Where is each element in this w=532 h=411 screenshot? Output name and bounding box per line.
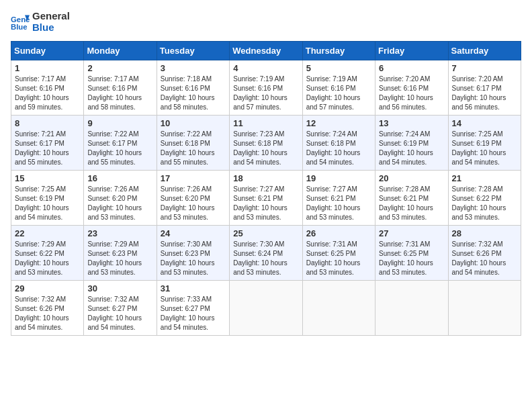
calendar-cell: 16 Sunrise: 7:26 AM Sunset: 6:20 PM Dayl… [84, 171, 157, 226]
calendar-cell: 1 Sunrise: 7:17 AM Sunset: 6:16 PM Dayli… [11, 60, 84, 116]
day-info: Sunrise: 7:19 AM Sunset: 6:16 PM Dayligh… [306, 75, 371, 112]
day-info: Sunrise: 7:21 AM Sunset: 6:17 PM Dayligh… [15, 130, 80, 167]
calendar-cell: 9 Sunrise: 7:22 AM Sunset: 6:17 PM Dayli… [84, 116, 157, 171]
calendar-cell: 2 Sunrise: 7:17 AM Sunset: 6:16 PM Dayli… [84, 60, 157, 116]
calendar-cell [375, 281, 448, 336]
day-number: 17 [161, 173, 226, 183]
day-number: 4 [233, 63, 298, 73]
day-info: Sunrise: 7:32 AM Sunset: 6:26 PM Dayligh… [452, 240, 517, 277]
calendar-cell: 20 Sunrise: 7:28 AM Sunset: 6:21 PM Dayl… [375, 171, 448, 226]
day-info: Sunrise: 7:33 AM Sunset: 6:27 PM Dayligh… [161, 295, 226, 332]
day-number: 25 [233, 228, 298, 238]
day-number: 1 [15, 63, 80, 73]
day-number: 9 [87, 118, 152, 128]
weekday-header-tuesday: Tuesday [157, 42, 229, 60]
day-info: Sunrise: 7:24 AM Sunset: 6:18 PM Dayligh… [306, 130, 371, 167]
day-number: 18 [233, 173, 298, 183]
day-number: 28 [452, 228, 517, 238]
day-info: Sunrise: 7:31 AM Sunset: 6:25 PM Dayligh… [306, 240, 371, 277]
day-info: Sunrise: 7:29 AM Sunset: 6:22 PM Dayligh… [15, 240, 80, 277]
calendar-cell: 25 Sunrise: 7:30 AM Sunset: 6:24 PM Dayl… [230, 226, 302, 281]
day-info: Sunrise: 7:29 AM Sunset: 6:23 PM Dayligh… [87, 240, 152, 277]
day-info: Sunrise: 7:30 AM Sunset: 6:23 PM Dayligh… [161, 240, 226, 277]
calendar-cell: 4 Sunrise: 7:19 AM Sunset: 6:16 PM Dayli… [230, 60, 302, 116]
calendar-cell [448, 281, 521, 336]
day-info: Sunrise: 7:17 AM Sunset: 6:16 PM Dayligh… [87, 75, 152, 112]
day-info: Sunrise: 7:22 AM Sunset: 6:17 PM Dayligh… [87, 130, 152, 167]
page-header: General Blue General Blue [11, 11, 521, 33]
calendar-cell: 15 Sunrise: 7:25 AM Sunset: 6:19 PM Dayl… [11, 171, 84, 226]
calendar-cell: 13 Sunrise: 7:24 AM Sunset: 6:19 PM Dayl… [375, 116, 448, 171]
day-info: Sunrise: 7:32 AM Sunset: 6:26 PM Dayligh… [15, 295, 80, 332]
day-info: Sunrise: 7:30 AM Sunset: 6:24 PM Dayligh… [233, 240, 298, 277]
day-info: Sunrise: 7:22 AM Sunset: 6:18 PM Dayligh… [161, 130, 226, 167]
day-info: Sunrise: 7:18 AM Sunset: 6:16 PM Dayligh… [161, 75, 226, 112]
day-info: Sunrise: 7:25 AM Sunset: 6:19 PM Dayligh… [452, 130, 517, 167]
calendar-cell: 29 Sunrise: 7:32 AM Sunset: 6:26 PM Dayl… [11, 281, 84, 336]
day-number: 24 [161, 228, 226, 238]
day-info: Sunrise: 7:17 AM Sunset: 6:16 PM Dayligh… [15, 75, 80, 112]
day-number: 16 [87, 173, 152, 183]
calendar-week-row: 29 Sunrise: 7:32 AM Sunset: 6:26 PM Dayl… [11, 281, 521, 336]
calendar-cell: 11 Sunrise: 7:23 AM Sunset: 6:18 PM Dayl… [230, 116, 302, 171]
day-info: Sunrise: 7:20 AM Sunset: 6:17 PM Dayligh… [452, 75, 517, 112]
day-number: 27 [379, 228, 444, 238]
calendar-cell: 27 Sunrise: 7:31 AM Sunset: 6:25 PM Dayl… [375, 226, 448, 281]
day-number: 14 [452, 118, 517, 128]
day-number: 19 [306, 173, 371, 183]
logo-general: General [32, 11, 70, 22]
day-number: 10 [161, 118, 226, 128]
weekday-header-wednesday: Wednesday [230, 42, 302, 60]
day-number: 5 [306, 63, 371, 73]
calendar-cell: 3 Sunrise: 7:18 AM Sunset: 6:16 PM Dayli… [157, 60, 229, 116]
day-number: 22 [15, 228, 80, 238]
day-info: Sunrise: 7:19 AM Sunset: 6:16 PM Dayligh… [233, 75, 298, 112]
day-number: 7 [452, 63, 517, 73]
calendar-cell [230, 281, 302, 336]
calendar-week-row: 22 Sunrise: 7:29 AM Sunset: 6:22 PM Dayl… [11, 226, 521, 281]
day-number: 31 [161, 283, 226, 293]
calendar-header-row: SundayMondayTuesdayWednesdayThursdayFrid… [11, 42, 521, 60]
day-info: Sunrise: 7:24 AM Sunset: 6:19 PM Dayligh… [379, 130, 444, 167]
day-info: Sunrise: 7:26 AM Sunset: 6:20 PM Dayligh… [161, 185, 226, 222]
day-number: 21 [452, 173, 517, 183]
calendar-week-row: 8 Sunrise: 7:21 AM Sunset: 6:17 PM Dayli… [11, 116, 521, 171]
calendar-week-row: 1 Sunrise: 7:17 AM Sunset: 6:16 PM Dayli… [11, 60, 521, 116]
day-info: Sunrise: 7:27 AM Sunset: 6:21 PM Dayligh… [306, 185, 371, 222]
day-number: 13 [379, 118, 444, 128]
day-number: 29 [15, 283, 80, 293]
calendar-cell: 6 Sunrise: 7:20 AM Sunset: 6:16 PM Dayli… [375, 60, 448, 116]
calendar-cell: 14 Sunrise: 7:25 AM Sunset: 6:19 PM Dayl… [448, 116, 521, 171]
day-info: Sunrise: 7:28 AM Sunset: 6:21 PM Dayligh… [379, 185, 444, 222]
calendar-week-row: 15 Sunrise: 7:25 AM Sunset: 6:19 PM Dayl… [11, 171, 521, 226]
calendar-cell: 24 Sunrise: 7:30 AM Sunset: 6:23 PM Dayl… [157, 226, 229, 281]
weekday-header-friday: Friday [375, 42, 448, 60]
calendar-cell: 26 Sunrise: 7:31 AM Sunset: 6:25 PM Dayl… [302, 226, 375, 281]
day-info: Sunrise: 7:32 AM Sunset: 6:27 PM Dayligh… [87, 295, 152, 332]
day-info: Sunrise: 7:28 AM Sunset: 6:22 PM Dayligh… [452, 185, 517, 222]
calendar-cell: 28 Sunrise: 7:32 AM Sunset: 6:26 PM Dayl… [448, 226, 521, 281]
day-info: Sunrise: 7:25 AM Sunset: 6:19 PM Dayligh… [15, 185, 80, 222]
day-info: Sunrise: 7:20 AM Sunset: 6:16 PM Dayligh… [379, 75, 444, 112]
calendar-table: SundayMondayTuesdayWednesdayThursdayFrid… [11, 41, 521, 336]
weekday-header-monday: Monday [84, 42, 157, 60]
day-number: 2 [87, 63, 152, 73]
day-number: 11 [233, 118, 298, 128]
calendar-cell: 12 Sunrise: 7:24 AM Sunset: 6:18 PM Dayl… [302, 116, 375, 171]
weekday-header-thursday: Thursday [302, 42, 375, 60]
calendar-cell: 5 Sunrise: 7:19 AM Sunset: 6:16 PM Dayli… [302, 60, 375, 116]
calendar-cell: 17 Sunrise: 7:26 AM Sunset: 6:20 PM Dayl… [157, 171, 229, 226]
day-number: 26 [306, 228, 371, 238]
day-number: 8 [15, 118, 80, 128]
logo-blue: Blue [32, 22, 70, 34]
day-number: 30 [87, 283, 152, 293]
weekday-header-sunday: Sunday [11, 42, 84, 60]
day-number: 3 [161, 63, 226, 73]
calendar-cell: 7 Sunrise: 7:20 AM Sunset: 6:17 PM Dayli… [448, 60, 521, 116]
day-number: 15 [15, 173, 80, 183]
calendar-cell: 21 Sunrise: 7:28 AM Sunset: 6:22 PM Dayl… [448, 171, 521, 226]
calendar-cell: 10 Sunrise: 7:22 AM Sunset: 6:18 PM Dayl… [157, 116, 229, 171]
svg-text:Blue: Blue [11, 22, 28, 30]
logo-icon: General Blue [11, 13, 30, 32]
day-info: Sunrise: 7:27 AM Sunset: 6:21 PM Dayligh… [233, 185, 298, 222]
